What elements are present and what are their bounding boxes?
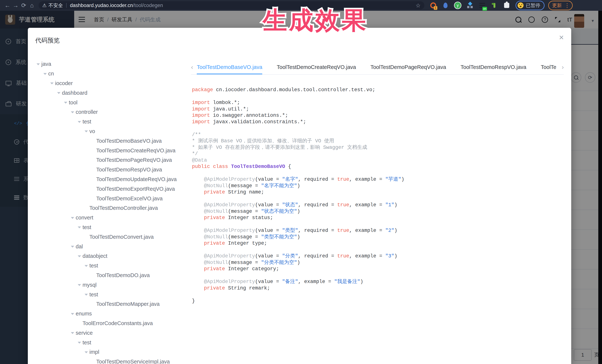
tree-file-item[interactable]: ToolTestDemoServiceImpl.java xyxy=(28,357,187,364)
caret-down-icon[interactable] xyxy=(78,226,81,229)
tree-file-item[interactable]: ToolTestDemoPageReqVO.java xyxy=(28,155,187,165)
file-tabs-bar: ‹ ToolTestDemoBaseVO.javaToolTestDemoCre… xyxy=(191,60,564,75)
tabs-scroll-right-icon[interactable]: › xyxy=(558,63,564,74)
home-icon[interactable]: ⌂ xyxy=(28,2,36,9)
tree-folder-item[interactable]: test xyxy=(28,290,187,299)
extension-orange-icon[interactable]: 1 xyxy=(430,2,437,9)
file-tab[interactable]: ToolTestDemoBaseVO.java xyxy=(197,64,262,74)
forward-icon[interactable]: → xyxy=(11,2,20,9)
tree-file-item[interactable]: ToolTestDemoRespVO.java xyxy=(28,165,187,175)
tree-item-label: ToolTestDemoBaseVO.java xyxy=(96,138,162,144)
tree-file-item[interactable]: ToolTestDemoExportReqVO.java xyxy=(28,184,187,194)
caret-down-icon[interactable] xyxy=(43,72,46,75)
tree-folder-item[interactable]: service xyxy=(28,328,187,338)
file-tab[interactable]: ToolTe xyxy=(541,64,556,74)
tree-folder-item[interactable]: iocoder xyxy=(28,79,187,88)
code-line: @NotNull(message = "类型不能为空") xyxy=(192,234,564,240)
profile-paused-chip[interactable]: 已暂停 xyxy=(516,1,545,10)
tree-folder-item[interactable]: mysql xyxy=(28,280,187,290)
tree-file-item[interactable]: ToolTestDemoMapper.java xyxy=(28,299,187,309)
caret-down-icon[interactable] xyxy=(78,283,81,286)
caret-down-icon[interactable] xyxy=(64,101,67,104)
tree-leaf-spacer xyxy=(91,360,94,363)
extension-list-icon[interactable]: on xyxy=(478,2,486,9)
tree-leaf-spacer xyxy=(91,159,94,162)
caret-down-icon[interactable] xyxy=(85,130,87,133)
tree-folder-item[interactable]: convert xyxy=(28,213,187,223)
extension-sprout-icon[interactable] xyxy=(491,2,498,9)
tree-file-item[interactable]: ToolTestDemoExcelVO.java xyxy=(28,194,187,203)
tree-folder-item[interactable]: cn xyxy=(28,69,187,79)
tree-file-item[interactable]: ToolTestDemoUpdateReqVO.java xyxy=(28,175,187,184)
code-line: @NotNull(message = "分类不能为空") xyxy=(192,260,564,266)
caret-down-icon[interactable] xyxy=(78,341,81,344)
code-line: public class ToolTestDemoBaseVO { xyxy=(192,164,564,170)
caret-down-icon[interactable] xyxy=(71,331,74,334)
file-tab[interactable]: ToolTestDemoCreateReqVO.java xyxy=(277,64,356,74)
tree-folder-item[interactable]: dashboard xyxy=(28,88,187,98)
tree-item-label: dashboard xyxy=(62,90,87,96)
extension-puzzle-icon[interactable] xyxy=(503,2,510,9)
tree-folder-item[interactable]: enums xyxy=(28,309,187,319)
tree-item-label: ToolTestDemoUpdateReqVO.java xyxy=(96,176,177,182)
tree-file-item[interactable]: ToolTestDemoDO.java xyxy=(28,270,187,280)
caret-down-icon[interactable] xyxy=(78,255,81,258)
tree-file-item[interactable]: ToolTestDemoController.java xyxy=(28,203,187,213)
tree-folder-item[interactable]: test xyxy=(28,338,187,347)
extension-green-icon[interactable]: y xyxy=(454,2,462,9)
close-icon[interactable]: × xyxy=(559,33,564,42)
tabs-scroll-left-icon[interactable]: ‹ xyxy=(191,63,197,74)
tree-folder-item[interactable]: impl xyxy=(28,347,187,357)
tree-folder-item[interactable]: test xyxy=(28,223,187,232)
caret-down-icon[interactable] xyxy=(78,120,81,123)
code-line: private Integer category; xyxy=(192,266,564,272)
code-preview-dialog: 代码预览 × javacniocoderdashboardtoolcontrol… xyxy=(28,28,571,364)
extension-grid-icon[interactable] xyxy=(466,2,474,9)
caret-down-icon[interactable] xyxy=(57,91,60,94)
extension-drop-icon[interactable] xyxy=(442,2,449,9)
code-line xyxy=(192,221,564,228)
tree-file-item[interactable]: ToolTestDemoBaseVO.java xyxy=(28,136,187,146)
caret-down-icon[interactable] xyxy=(37,63,40,66)
file-tab[interactable]: ToolTestDemoRespVO.java xyxy=(461,64,526,74)
tree-folder-item[interactable]: java xyxy=(28,59,187,69)
bookmark-star-icon[interactable]: ☆ xyxy=(416,2,421,9)
tree-folder-item[interactable]: dataobject xyxy=(28,251,187,261)
tree-folder-item[interactable]: test xyxy=(28,117,187,127)
caret-down-icon[interactable] xyxy=(71,111,74,114)
reload-icon[interactable]: ⟳ xyxy=(20,2,28,9)
tree-folder-item[interactable]: dal xyxy=(28,242,187,251)
url-path[interactable]: /tool/codegen xyxy=(133,3,163,8)
tree-folder-item[interactable]: test xyxy=(28,261,187,270)
caret-down-icon[interactable] xyxy=(71,245,74,248)
code-line: * 测试示例 Base VO，提供给添加、修改、详细的子 VO 使用 xyxy=(192,138,564,144)
tree-file-item[interactable]: ToolErrorCodeConstants.java xyxy=(28,319,187,328)
file-tab[interactable]: ToolTestDemoPageReqVO.java xyxy=(370,64,446,74)
back-icon[interactable]: ← xyxy=(3,2,11,9)
caret-down-icon[interactable] xyxy=(71,312,74,315)
tree-item-label: ToolErrorCodeConstants.java xyxy=(83,320,153,326)
tree-file-item[interactable]: ToolTestDemoConvert.java xyxy=(28,232,187,242)
url-host[interactable]: dashboard.yudao.iocoder.cn xyxy=(70,3,133,8)
tree-item-label: enums xyxy=(76,311,92,317)
caret-down-icon[interactable] xyxy=(71,216,74,219)
code-view[interactable]: package cn.iocoder.dashboard.modules.too… xyxy=(192,87,564,364)
security-label[interactable]: 不安全 xyxy=(48,2,63,9)
dialog-title: 代码预览 xyxy=(35,36,60,45)
tree-folder-item[interactable]: vo xyxy=(28,127,187,136)
code-line: private Integer type; xyxy=(192,240,564,247)
caret-down-icon[interactable] xyxy=(85,264,87,267)
tree-file-item[interactable]: ToolTestDemoCreateReqVO.java xyxy=(28,146,187,155)
tree-folder-item[interactable]: tool xyxy=(28,98,187,107)
caret-down-icon[interactable] xyxy=(50,82,53,85)
caret-down-icon[interactable] xyxy=(85,293,87,296)
code-line: */ xyxy=(192,151,564,157)
browser-menu-icon[interactable]: ⋮ xyxy=(564,2,570,9)
tree-folder-item[interactable]: controller xyxy=(28,107,187,117)
browser-update-button[interactable]: 更新 ⋮ xyxy=(548,1,573,10)
caret-down-icon[interactable] xyxy=(85,351,87,354)
tree-item-label: impl xyxy=(89,349,99,355)
tree-item-label: test xyxy=(83,224,91,230)
tree-item-label: vo xyxy=(89,128,95,134)
tree-item-label: ToolTestDemoMapper.java xyxy=(96,301,160,307)
